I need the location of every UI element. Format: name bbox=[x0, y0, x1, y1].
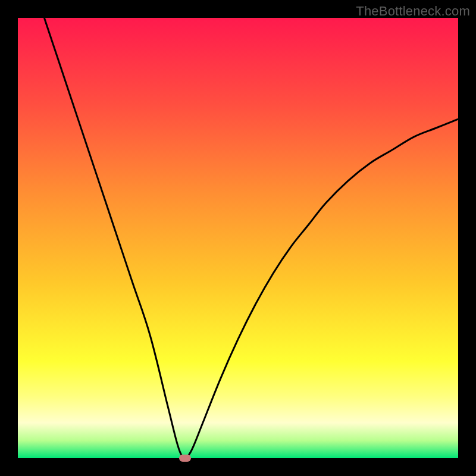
chart-frame: TheBottleneck.com bbox=[0, 0, 476, 476]
gradient-rect bbox=[18, 18, 458, 458]
watermark-text: TheBottleneck.com bbox=[356, 4, 470, 19]
optimal-marker bbox=[179, 455, 191, 462]
gradient-background bbox=[18, 18, 458, 458]
plot-area bbox=[18, 18, 458, 458]
